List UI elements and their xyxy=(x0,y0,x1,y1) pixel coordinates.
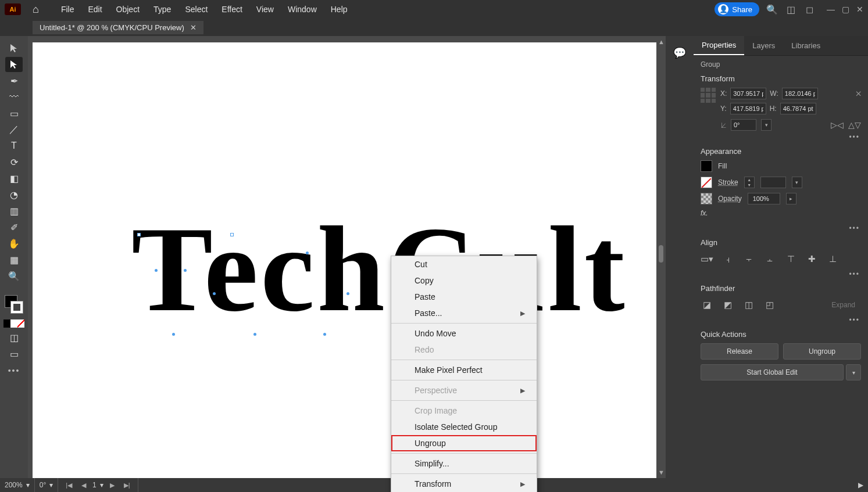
ctx-copy[interactable]: Copy xyxy=(391,272,537,289)
tab-properties[interactable]: Properties xyxy=(694,36,744,55)
screen-mode-icon[interactable]: ▭ xyxy=(5,346,23,361)
align-hcenter-icon[interactable]: ⫟ xyxy=(742,253,755,265)
ctx-make-pixel-perfect[interactable]: Make Pixel Perfect xyxy=(391,362,537,378)
qa-ungroup-button[interactable]: Ungroup xyxy=(783,343,861,360)
hand-tool[interactable]: ✋ xyxy=(5,236,23,251)
angle-input[interactable] xyxy=(731,119,756,131)
art-text-group[interactable]: TechCult xyxy=(131,199,627,339)
ctx-undo[interactable]: Undo Move xyxy=(391,325,537,342)
stroke-swatch-icon[interactable] xyxy=(10,301,23,314)
menu-window[interactable]: Window xyxy=(283,2,322,16)
selection-tool[interactable] xyxy=(5,41,23,56)
align-to-icon[interactable]: ▭▾ xyxy=(701,253,713,265)
vertical-scrollbar[interactable]: ▲ ▼ xyxy=(656,36,666,478)
window-maximize-icon[interactable]: ▢ xyxy=(842,5,849,14)
pf-exclude-icon[interactable]: ◰ xyxy=(763,299,776,311)
pathfinder-more-icon[interactable]: ••• xyxy=(701,314,861,324)
menu-help[interactable]: Help xyxy=(326,2,352,16)
opacity-input[interactable] xyxy=(748,193,780,204)
fx-label[interactable]: fx. xyxy=(701,209,708,217)
ctx-paste-sub[interactable]: Paste...▶ xyxy=(391,305,537,321)
tab-close-icon[interactable]: ✕ xyxy=(190,23,197,32)
ctx-paste[interactable]: Paste xyxy=(391,289,537,305)
angle-dropdown-icon[interactable]: ▾ xyxy=(761,119,771,131)
zoom-tool[interactable]: 🔍 xyxy=(5,268,23,283)
x-input[interactable] xyxy=(730,88,766,99)
appearance-more-icon[interactable]: ••• xyxy=(701,222,861,232)
scroll-up-icon[interactable]: ▲ xyxy=(658,38,665,45)
transform-more-icon[interactable]: ••• xyxy=(701,131,861,141)
canvas-area[interactable]: TechCult Cut Copy Paste Paste...▶ Undo M… xyxy=(28,36,656,478)
stroke-label[interactable]: Stroke xyxy=(718,178,738,186)
window-close-icon[interactable]: ✕ xyxy=(856,5,863,14)
document-tab[interactable]: Untitled-1* @ 200 % (CMYK/CPU Preview) ✕ xyxy=(33,21,203,34)
stroke-weight-stepper[interactable]: ▲▼ xyxy=(744,177,755,188)
menu-view[interactable]: View xyxy=(252,2,278,16)
align-right-icon[interactable]: ⫠ xyxy=(763,253,776,265)
artboard[interactable]: TechCult xyxy=(33,42,656,478)
rectangle-tool[interactable]: ▭ xyxy=(5,106,23,121)
menu-object[interactable]: Object xyxy=(112,2,144,16)
eraser-tool[interactable]: ◧ xyxy=(5,171,23,186)
eyedropper-tool[interactable]: ✐ xyxy=(5,220,23,235)
qa-global-edit-button[interactable]: Start Global Edit xyxy=(701,364,844,380)
artboard-first-icon[interactable]: |◀ xyxy=(63,482,75,489)
zoom-level[interactable]: 200%▾ xyxy=(0,478,35,492)
ctx-cut[interactable]: Cut xyxy=(391,256,537,272)
scroll-down-icon[interactable]: ▼ xyxy=(658,469,665,476)
artboard-next-icon[interactable]: ▶ xyxy=(107,482,117,489)
home-icon[interactable]: ⌂ xyxy=(33,3,39,16)
shape-builder-tool[interactable]: ◔ xyxy=(5,187,23,202)
edit-toolbar-icon[interactable]: ••• xyxy=(8,366,20,375)
align-bottom-icon[interactable]: ⊥ xyxy=(826,253,839,265)
rotate-tool[interactable]: ⟳ xyxy=(5,155,23,170)
draw-mode-normal-icon[interactable]: ◫ xyxy=(5,330,23,345)
ctx-isolate-group[interactable]: Isolate Selected Group xyxy=(391,419,537,435)
menu-edit[interactable]: Edit xyxy=(83,2,106,16)
ctx-ungroup[interactable]: Ungroup xyxy=(391,435,537,451)
direct-selection-tool[interactable] xyxy=(5,57,23,72)
gradient-tool[interactable]: ▥ xyxy=(5,203,23,218)
artboard-tool[interactable]: ▦ xyxy=(5,252,23,267)
tab-layers[interactable]: Layers xyxy=(744,36,783,55)
fill-stroke-swatches[interactable] xyxy=(5,295,23,314)
reference-point-icon[interactable] xyxy=(701,88,716,103)
pf-intersect-icon[interactable]: ◫ xyxy=(742,299,755,311)
flip-horizontal-icon[interactable]: ▷◁ xyxy=(831,120,844,130)
workspace-switcher-icon[interactable]: ◻ xyxy=(803,3,815,15)
scroll-thumb[interactable] xyxy=(659,245,663,263)
artboard-last-icon[interactable]: ▶| xyxy=(121,482,133,489)
stroke-weight-dropdown-icon[interactable]: ▾ xyxy=(792,177,802,188)
align-top-icon[interactable]: ⊤ xyxy=(784,253,797,265)
chevron-down-icon[interactable]: ▾ xyxy=(26,481,30,489)
share-button[interactable]: 👤 Share xyxy=(715,2,759,16)
fill-color-swatch[interactable] xyxy=(701,160,712,172)
chevron-down-icon[interactable]: ▾ xyxy=(49,481,53,489)
stroke-color-swatch[interactable] xyxy=(701,177,712,188)
menu-effect[interactable]: Effect xyxy=(217,2,247,16)
flip-vertical-icon[interactable]: △▽ xyxy=(848,120,861,130)
curvature-tool[interactable]: 〰 xyxy=(5,89,23,105)
artboard-index[interactable]: 1 xyxy=(92,481,97,489)
pf-minus-front-icon[interactable]: ◩ xyxy=(721,299,734,311)
tab-libraries[interactable]: Libraries xyxy=(783,36,828,55)
ctx-simplify[interactable]: Simplify... xyxy=(391,455,537,472)
menu-file[interactable]: File xyxy=(56,2,79,16)
comments-panel-icon[interactable]: 💬 xyxy=(673,46,686,59)
status-menu-icon[interactable]: ▶ xyxy=(853,478,868,492)
h-input[interactable] xyxy=(780,103,816,114)
y-input[interactable] xyxy=(730,103,766,114)
type-tool[interactable]: T xyxy=(5,138,23,153)
rotate-view[interactable]: 0°▾ xyxy=(35,478,58,492)
ctx-transform[interactable]: Transform▶ xyxy=(391,476,537,492)
search-icon[interactable]: 🔍 xyxy=(766,3,778,15)
stroke-weight-input[interactable] xyxy=(760,177,786,188)
align-left-icon[interactable]: ⫞ xyxy=(721,253,734,265)
pen-tool[interactable]: ✒ xyxy=(5,73,23,88)
opacity-label[interactable]: Opacity xyxy=(718,195,742,203)
window-minimize-icon[interactable]: — xyxy=(827,5,835,14)
menu-type[interactable]: Type xyxy=(149,2,176,16)
opacity-dropdown-icon[interactable]: ▸ xyxy=(786,193,796,204)
pf-unite-icon[interactable]: ◪ xyxy=(701,299,713,311)
w-input[interactable] xyxy=(782,88,818,99)
